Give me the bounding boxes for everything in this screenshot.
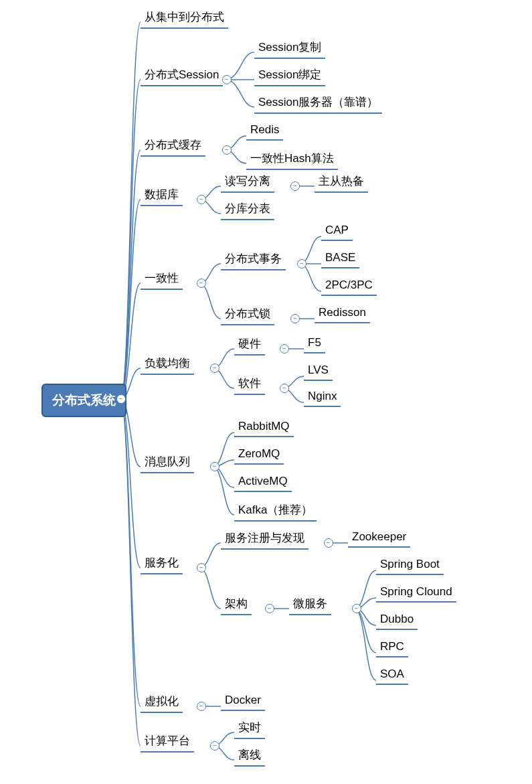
label: BASE <box>325 251 355 264</box>
node-session-copy[interactable]: Session复制 <box>254 38 325 59</box>
label: ZeroMQ <box>238 447 280 460</box>
node-session-bind[interactable]: Session绑定 <box>254 66 325 86</box>
node-database[interactable]: 数据库 <box>141 185 183 206</box>
node-master-slave[interactable]: 主从热备 <box>315 172 368 193</box>
node-spring-boot[interactable]: Spring Boot <box>376 556 444 575</box>
node-distributed-tx[interactable]: 分布式事务 <box>221 250 286 270</box>
toggle-service[interactable]: − <box>197 563 206 572</box>
label: CAP <box>325 224 349 236</box>
label: 服务注册与发现 <box>225 532 304 544</box>
toggle-compute-platform[interactable]: − <box>210 741 219 751</box>
node-load-balance[interactable]: 负载均衡 <box>141 354 194 375</box>
toggle-cache[interactable]: − <box>222 145 232 155</box>
node-sharding[interactable]: 分库分表 <box>221 200 274 220</box>
toggle-distributed-lock[interactable]: − <box>290 314 300 323</box>
label: 计算平台 <box>145 734 190 747</box>
node-centralized-to-distributed[interactable]: 从集中到分布式 <box>141 8 228 29</box>
label: Session复制 <box>258 41 321 54</box>
node-hardware[interactable]: 硬件 <box>234 335 265 356</box>
toggle-mq[interactable]: − <box>210 462 219 471</box>
label: 负载均衡 <box>145 357 190 370</box>
node-cap[interactable]: CAP <box>321 222 353 241</box>
node-docker[interactable]: Docker <box>221 692 265 711</box>
node-distributed-lock[interactable]: 分布式锁 <box>221 305 274 325</box>
toggle-microservice[interactable]: − <box>352 604 361 613</box>
label: 读写分离 <box>225 175 270 187</box>
node-activemq[interactable]: ActiveMQ <box>234 473 292 492</box>
toggle-architecture[interactable]: − <box>265 604 274 613</box>
root-label: 分布式系统 <box>52 393 116 407</box>
node-rw-split[interactable]: 读写分离 <box>221 172 274 193</box>
node-session-server[interactable]: Session服务器（靠谱） <box>254 93 382 114</box>
toggle-service-discovery[interactable]: − <box>324 538 333 548</box>
node-base[interactable]: BASE <box>321 250 359 268</box>
node-dubbo[interactable]: Dubbo <box>376 611 418 630</box>
node-redis[interactable]: Redis <box>246 122 283 141</box>
label: Dubbo <box>380 613 414 625</box>
toggle-software[interactable]: − <box>280 384 289 393</box>
node-distributed-session[interactable]: 分布式Session <box>141 66 223 86</box>
node-lvs[interactable]: LVS <box>304 362 333 381</box>
label: Kafka（推荐） <box>238 503 313 516</box>
label: 离线 <box>238 749 261 761</box>
node-consistent-hash[interactable]: 一致性Hash算法 <box>246 149 338 170</box>
label: 硬件 <box>238 337 261 350</box>
label: 分布式缓存 <box>145 139 201 151</box>
node-service[interactable]: 服务化 <box>141 554 183 574</box>
label: 分布式Session <box>145 68 219 81</box>
label: 数据库 <box>145 188 179 201</box>
toggle-root[interactable]: − <box>116 394 126 404</box>
node-distributed-cache[interactable]: 分布式缓存 <box>141 136 205 157</box>
toggle-database[interactable]: − <box>197 195 206 204</box>
label: 架构 <box>225 597 248 610</box>
label: 分库分表 <box>225 202 270 215</box>
node-2pc-3pc[interactable]: 2PC/3PC <box>321 277 377 296</box>
label: 消息队列 <box>145 455 190 468</box>
label: 主从热备 <box>319 175 364 187</box>
label: ActiveMQ <box>238 475 288 487</box>
label: RPC <box>380 640 404 653</box>
node-rpc[interactable]: RPC <box>376 639 408 657</box>
node-redisson[interactable]: Redisson <box>315 305 370 323</box>
toggle-rw-split[interactable]: − <box>290 181 300 191</box>
label: Session服务器（靠谱） <box>258 96 378 108</box>
node-soa[interactable]: SOA <box>376 666 408 685</box>
root-node[interactable]: 分布式系统 <box>41 384 126 417</box>
node-compute-platform[interactable]: 计算平台 <box>141 732 194 753</box>
label: F5 <box>308 336 321 349</box>
label: Zookeeper <box>352 530 406 543</box>
node-rabbitmq[interactable]: RabbitMQ <box>234 418 294 437</box>
node-offline[interactable]: 离线 <box>234 746 265 767</box>
label: Spring Clound <box>380 585 452 598</box>
label: 2PC/3PC <box>325 279 373 291</box>
label: 分布式锁 <box>225 307 270 320</box>
node-architecture[interactable]: 架构 <box>221 595 252 615</box>
label: Redis <box>250 123 279 136</box>
toggle-load-balance[interactable]: − <box>210 364 219 373</box>
toggle-session[interactable]: − <box>222 75 232 84</box>
node-consistency[interactable]: 一致性 <box>141 269 183 290</box>
node-software[interactable]: 软件 <box>234 374 265 395</box>
node-zeromq[interactable]: ZeroMQ <box>234 446 284 465</box>
node-virtualization[interactable]: 虚拟化 <box>141 692 183 713</box>
toggle-distributed-tx[interactable]: − <box>297 259 306 268</box>
node-realtime[interactable]: 实时 <box>234 718 265 739</box>
toggle-consistency[interactable]: − <box>197 279 206 288</box>
label: SOA <box>380 668 404 680</box>
node-zookeeper[interactable]: Zookeeper <box>348 529 410 548</box>
node-microservice[interactable]: 微服务 <box>289 595 331 615</box>
label: Nginx <box>308 390 337 402</box>
label: LVS <box>308 364 329 376</box>
label: 从集中到分布式 <box>145 11 224 23</box>
toggle-virtualization[interactable]: − <box>197 702 206 711</box>
node-service-discovery[interactable]: 服务注册与发现 <box>221 529 308 550</box>
node-f5[interactable]: F5 <box>304 335 325 354</box>
node-mq[interactable]: 消息队列 <box>141 453 194 473</box>
label: 分布式事务 <box>225 252 282 265</box>
toggle-hardware[interactable]: − <box>280 344 289 354</box>
label: 微服务 <box>293 597 327 610</box>
node-nginx[interactable]: Nginx <box>304 388 341 407</box>
node-spring-cloud[interactable]: Spring Clound <box>376 584 456 603</box>
node-kafka[interactable]: Kafka（推荐） <box>234 501 317 522</box>
label: 软件 <box>238 377 261 390</box>
